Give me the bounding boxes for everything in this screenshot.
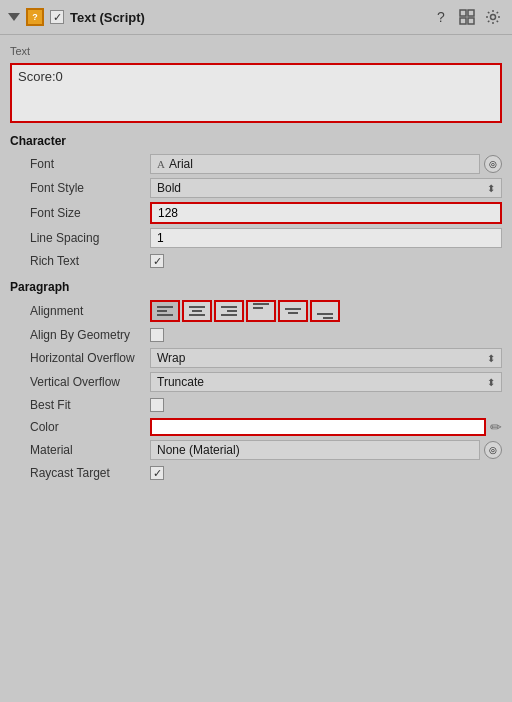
line-spacing-row: Line Spacing: [10, 226, 502, 250]
color-value: ✏: [150, 418, 502, 436]
horizontal-overflow-select[interactable]: Wrap ⬍: [150, 348, 502, 368]
align-by-geometry-label: Align By Geometry: [10, 328, 150, 342]
svg-point-4: [491, 15, 496, 20]
material-text: None (Material): [157, 443, 240, 457]
component-enabled-checkbox[interactable]: [50, 10, 64, 24]
align-left-btn[interactable]: [150, 300, 180, 322]
header-icons: ?: [430, 6, 504, 28]
svg-rect-1: [468, 10, 474, 16]
vertical-overflow-label: Vertical Overflow: [10, 375, 150, 389]
svg-rect-3: [468, 18, 474, 24]
align-by-geometry-row: Align By Geometry: [10, 324, 502, 346]
font-style-text: Bold: [157, 181, 181, 195]
material-value: None (Material) ◎: [150, 440, 502, 460]
vertical-overflow-value: Truncate ⬍: [150, 372, 502, 392]
font-style-label: Font Style: [10, 181, 150, 195]
svg-rect-2: [460, 18, 466, 24]
horizontal-overflow-row: Horizontal Overflow Wrap ⬍: [10, 346, 502, 370]
alignment-value: [150, 300, 502, 322]
font-value: A Arial ◎: [150, 154, 502, 174]
component-title: Text (Script): [70, 10, 424, 25]
eyedropper-icon[interactable]: ✏: [490, 419, 502, 435]
line-spacing-label: Line Spacing: [10, 231, 150, 245]
raycast-target-checkbox[interactable]: [150, 466, 164, 480]
help-icon[interactable]: ?: [430, 6, 452, 28]
align-by-geometry-value: [150, 328, 502, 342]
vertical-overflow-arrow: ⬍: [487, 377, 495, 388]
component-icon: ?: [26, 8, 44, 26]
best-fit-row: Best Fit: [10, 394, 502, 416]
alignment-group: [150, 300, 340, 322]
font-name: Arial: [169, 157, 193, 171]
collapse-arrow[interactable]: [8, 13, 20, 21]
material-label: Material: [10, 443, 150, 457]
font-style-value: Bold ⬍: [150, 178, 502, 198]
line-spacing-value: [150, 228, 502, 248]
horizontal-overflow-arrow: ⬍: [487, 353, 495, 364]
rich-text-checkbox[interactable]: [150, 254, 164, 268]
character-section-header: Character: [10, 134, 502, 148]
content-area: Text Score:0 Character Font A Arial ◎ Fo…: [0, 35, 512, 490]
align-bottom-right-btn[interactable]: [310, 300, 340, 322]
color-picker[interactable]: [150, 418, 486, 436]
raycast-target-row: Raycast Target: [10, 462, 502, 484]
color-row: Color ✏: [10, 416, 502, 438]
vertical-overflow-text: Truncate: [157, 375, 204, 389]
font-select-btn[interactable]: ◎: [484, 155, 502, 173]
vertical-overflow-row: Vertical Overflow Truncate ⬍: [10, 370, 502, 394]
rich-text-row: Rich Text: [10, 250, 502, 272]
best-fit-value: [150, 398, 502, 412]
best-fit-label: Best Fit: [10, 398, 150, 412]
font-size-label: Font Size: [10, 206, 150, 220]
horizontal-overflow-text: Wrap: [157, 351, 185, 365]
font-label: Font: [10, 157, 150, 171]
align-right-btn[interactable]: [214, 300, 244, 322]
font-field[interactable]: A Arial: [150, 154, 480, 174]
gear-icon[interactable]: [482, 6, 504, 28]
text-input[interactable]: Score:0: [10, 63, 502, 123]
alignment-label: Alignment: [10, 304, 150, 318]
font-style-arrow: ⬍: [487, 183, 495, 194]
rich-text-value: [150, 254, 502, 268]
font-size-row: Font Size 128: [10, 200, 502, 226]
align-middle-btn[interactable]: [278, 300, 308, 322]
raycast-target-label: Raycast Target: [10, 466, 150, 480]
font-style-select[interactable]: Bold ⬍: [150, 178, 502, 198]
font-style-row: Font Style Bold ⬍: [10, 176, 502, 200]
horizontal-overflow-value: Wrap ⬍: [150, 348, 502, 368]
material-field[interactable]: None (Material): [150, 440, 480, 460]
horizontal-overflow-label: Horizontal Overflow: [10, 351, 150, 365]
vertical-overflow-select[interactable]: Truncate ⬍: [150, 372, 502, 392]
alignment-row: Alignment: [10, 298, 502, 324]
color-label: Color: [10, 420, 150, 434]
grid-icon[interactable]: [456, 6, 478, 28]
align-top-left-btn[interactable]: [246, 300, 276, 322]
material-row: Material None (Material) ◎: [10, 438, 502, 462]
align-by-geometry-checkbox[interactable]: [150, 328, 164, 342]
svg-rect-0: [460, 10, 466, 16]
font-row: Font A Arial ◎: [10, 152, 502, 176]
text-section-header-row: Text: [10, 41, 502, 63]
raycast-target-value: [150, 466, 502, 480]
material-select-btn[interactable]: ◎: [484, 441, 502, 459]
line-spacing-input[interactable]: [150, 228, 502, 248]
paragraph-section-header: Paragraph: [10, 280, 502, 294]
align-center-btn[interactable]: [182, 300, 212, 322]
component-header: ? Text (Script) ?: [0, 0, 512, 35]
font-size-value: 128: [150, 202, 502, 224]
text-section-label: Text: [10, 45, 30, 57]
best-fit-checkbox[interactable]: [150, 398, 164, 412]
font-size-input[interactable]: 128: [150, 202, 502, 224]
font-letter-icon: A: [157, 158, 165, 170]
color-field-container: ✏: [150, 418, 502, 436]
rich-text-label: Rich Text: [10, 254, 150, 268]
